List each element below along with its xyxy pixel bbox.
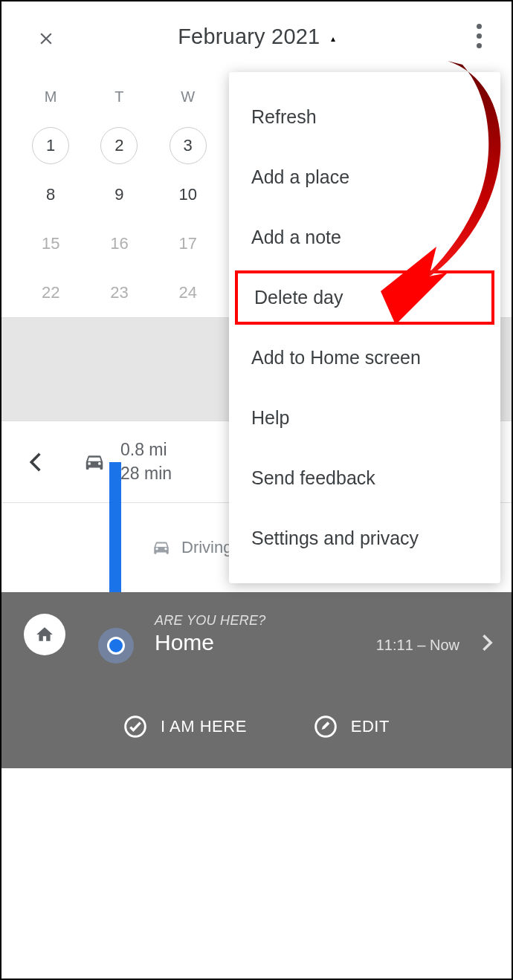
calendar-day[interactable]: 16 — [85, 219, 153, 268]
place-icon-wrap — [24, 614, 65, 655]
segment-mode: Driving — [181, 538, 232, 557]
place-time: 11:11 – Now — [376, 637, 459, 654]
place-name: Home — [155, 630, 266, 655]
header-title: February 2021 — [178, 25, 320, 48]
calendar-day[interactable]: 10 — [154, 170, 222, 219]
close-icon — [36, 29, 56, 48]
confirm-label: I AM HERE — [161, 717, 247, 736]
more-button[interactable] — [477, 24, 482, 48]
place-prompt: ARE YOU HERE? — [155, 613, 266, 629]
calendar-day[interactable]: 17 — [154, 219, 222, 268]
header: February 2021 ▴ — [1, 1, 512, 72]
current-location-dot — [98, 628, 134, 663]
place-text: ARE YOU HERE? Home — [155, 613, 266, 655]
calendar-day[interactable]: 3 — [154, 121, 222, 170]
edit-circle-icon — [314, 715, 338, 739]
place-row[interactable]: ARE YOU HERE? Home 11:11 – Now — [24, 613, 489, 655]
confirm-here-button[interactable]: I AM HERE — [123, 715, 247, 739]
weekday-mon: M — [16, 72, 85, 121]
calendar-day[interactable]: 23 — [85, 268, 153, 317]
trip-distance: 0.8 mi — [120, 438, 172, 461]
segment-label: Driving — [150, 538, 232, 557]
calendar-day[interactable]: 9 — [85, 170, 153, 219]
overflow-menu: Refresh Add a place Add a note Delete da… — [229, 72, 500, 583]
calendar-day[interactable]: 1 — [16, 121, 85, 170]
caret-up-icon: ▴ — [331, 33, 335, 44]
month-picker[interactable]: February 2021 ▴ — [178, 25, 335, 49]
chevron-right-icon — [483, 633, 493, 657]
edit-label: EDIT — [351, 717, 390, 736]
chevron-left-icon — [29, 452, 41, 472]
trip-duration: 28 min — [120, 462, 172, 485]
check-circle-icon — [123, 715, 147, 739]
menu-item-add-note[interactable]: Add a note — [229, 207, 500, 267]
menu-item-send-feedback[interactable]: Send feedback — [229, 448, 500, 508]
home-icon — [35, 625, 54, 644]
menu-item-delete-day[interactable]: Delete day — [232, 267, 497, 328]
menu-item-add-home-screen[interactable]: Add to Home screen — [229, 328, 500, 388]
menu-item-refresh[interactable]: Refresh — [229, 87, 500, 147]
calendar-day[interactable]: 15 — [16, 219, 85, 268]
calendar-day[interactable]: 8 — [16, 170, 85, 219]
edit-button[interactable]: EDIT — [314, 715, 390, 739]
car-icon — [150, 538, 172, 557]
place-actions: I AM HERE EDIT — [24, 715, 489, 739]
calendar-day[interactable]: 22 — [16, 268, 85, 317]
weekday-wed: W — [154, 72, 222, 121]
calendar-day[interactable]: 2 — [85, 121, 153, 170]
trip-info: 0.8 mi 28 min — [120, 438, 172, 484]
close-button[interactable] — [31, 24, 61, 53]
calendar-day[interactable]: 24 — [154, 268, 222, 317]
previous-button[interactable] — [1, 452, 68, 472]
app-frame: February 2021 ▴ M T W T F S S 1 2 3 4 5 … — [0, 0, 513, 980]
weekday-tue: T — [85, 72, 153, 121]
place-card: ARE YOU HERE? Home 11:11 – Now I AM HERE… — [1, 592, 512, 768]
menu-item-help[interactable]: Help — [229, 388, 500, 448]
menu-item-add-place[interactable]: Add a place — [229, 147, 500, 207]
menu-item-settings-privacy[interactable]: Settings and privacy — [229, 508, 500, 568]
car-icon — [81, 451, 108, 473]
more-icon — [477, 24, 482, 29]
